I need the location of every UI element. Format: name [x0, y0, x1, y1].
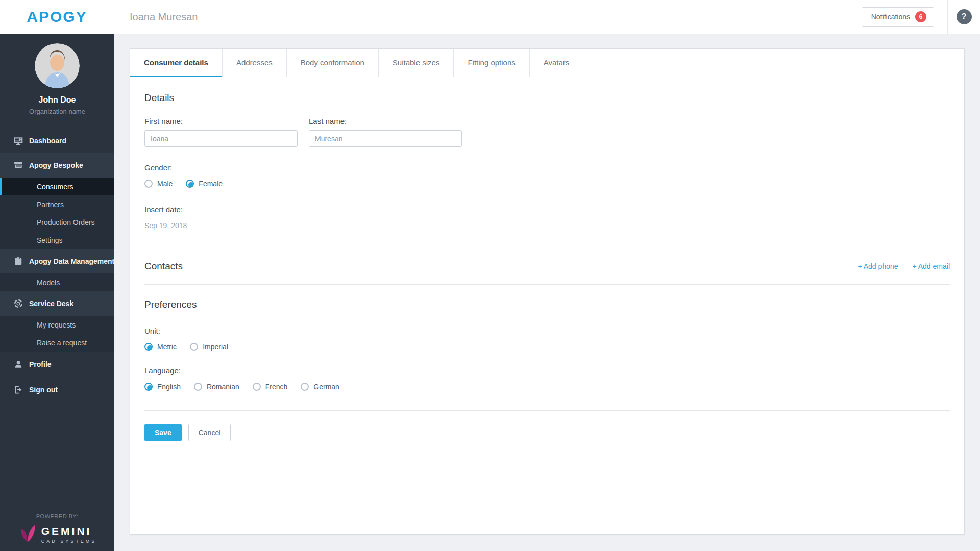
- tab-fitting-options[interactable]: Fitting options: [454, 49, 529, 77]
- sidebar-item-label: Consumers: [37, 183, 74, 191]
- first-name-input[interactable]: [144, 130, 298, 147]
- sidebar-menu: Dashboard Apogy Bespoke Consumers Partne…: [0, 129, 114, 403]
- apogy-logo: APOGY: [27, 8, 87, 26]
- sidebar-item-label: Apogy Bespoke: [29, 161, 83, 169]
- consumer-form: Details First name: Last name: Gender: M…: [130, 92, 964, 441]
- sidebar-item-consumers[interactable]: Consumers: [0, 178, 114, 195]
- add-phone-link[interactable]: + Add phone: [857, 262, 898, 270]
- cancel-button[interactable]: Cancel: [188, 424, 231, 441]
- gemini-brand: GEMINI CAD SYSTEMS: [0, 524, 114, 544]
- sidebar-item-models[interactable]: Models: [0, 273, 114, 291]
- radio-checked-icon: [144, 343, 153, 351]
- section-divider: [144, 247, 950, 247]
- radio-unchecked-icon: [253, 383, 261, 391]
- save-button[interactable]: Save: [144, 424, 182, 441]
- sidebar-item-raise-a-request[interactable]: Raise a request: [0, 334, 114, 352]
- notifications-button[interactable]: Notifications 6: [862, 7, 934, 27]
- language-option-romanian[interactable]: Romanian: [194, 383, 239, 391]
- sidebar-item-service-desk[interactable]: Service Desk: [0, 291, 114, 316]
- gender-option-male[interactable]: Male: [144, 180, 173, 188]
- sidebar-item-label: Dashboard: [29, 137, 66, 145]
- sidebar-item-production-orders[interactable]: Production Orders: [0, 213, 114, 231]
- avatar: [35, 43, 80, 88]
- unit-label: Unit:: [144, 327, 950, 335]
- last-name-input[interactable]: [309, 130, 462, 147]
- language-option-french[interactable]: French: [253, 383, 288, 391]
- sidebar-item-apogy-bespoke[interactable]: Apogy Bespoke: [0, 153, 114, 178]
- sidebar-item-my-requests[interactable]: My requests: [0, 316, 114, 334]
- unit-option-imperial[interactable]: Imperial: [190, 343, 228, 351]
- radio-label: French: [265, 383, 288, 391]
- sidebar-item-profile[interactable]: Profile: [0, 352, 114, 377]
- details-heading: Details: [144, 92, 950, 104]
- language-option-english[interactable]: English: [144, 383, 181, 391]
- gender-label: Gender:: [144, 163, 950, 172]
- sidebar-item-label: Apogy Data Management: [29, 257, 114, 265]
- tab-addresses[interactable]: Addresses: [223, 49, 287, 77]
- sidebar: John Doe Organization name Dashboard Apo…: [0, 34, 114, 551]
- help-area: ?: [947, 0, 980, 34]
- tab-consumer-details[interactable]: Consumer details: [130, 49, 223, 77]
- insert-date-value: Sep 19, 2018: [144, 221, 950, 230]
- gender-radio-group: Male Female: [144, 180, 950, 188]
- sidebar-item-dashboard[interactable]: Dashboard: [0, 129, 114, 153]
- radio-unchecked-icon: [194, 383, 202, 391]
- notifications-label: Notifications: [871, 13, 910, 21]
- radio-unchecked-icon: [144, 180, 153, 188]
- radio-label: English: [157, 383, 181, 391]
- last-name-label: Last name:: [309, 117, 462, 126]
- sidebar-item-label: Settings: [37, 236, 63, 244]
- language-label: Language:: [144, 366, 950, 375]
- sidebar-item-label: Sign out: [29, 386, 58, 394]
- gender-option-female[interactable]: Female: [186, 180, 223, 188]
- contacts-heading: Contacts: [144, 261, 183, 272]
- language-radio-group: English Romanian French German: [144, 383, 950, 391]
- notifications-count-badge: 6: [915, 11, 926, 22]
- first-name-label: First name:: [144, 117, 298, 126]
- radio-label: Metric: [157, 343, 177, 351]
- signout-icon: [13, 385, 23, 395]
- gemini-brand-sub: CAD SYSTEMS: [41, 539, 97, 544]
- radio-checked-icon: [144, 383, 153, 391]
- sidebar-item-settings[interactable]: Settings: [0, 231, 114, 249]
- radio-unchecked-icon: [190, 343, 198, 351]
- consumer-card: Consumer details Addresses Body conforma…: [130, 48, 965, 535]
- gemini-brand-text: GEMINI CAD SYSTEMS: [41, 525, 97, 544]
- sidebar-divider: [10, 506, 104, 506]
- page-title: Ioana Muresan: [114, 11, 862, 23]
- user-organization: Organization name: [0, 108, 114, 115]
- section-divider: [144, 284, 950, 285]
- gemini-brand-name: GEMINI: [41, 525, 97, 537]
- app-header: APOGY Ioana Muresan Notifications 6 ?: [0, 0, 980, 34]
- sidebar-item-label: Raise a request: [37, 339, 87, 347]
- sidebar-item-label: Partners: [37, 201, 64, 209]
- radio-unchecked-icon: [301, 383, 309, 391]
- add-email-link[interactable]: + Add email: [912, 262, 950, 270]
- tab-body-conformation[interactable]: Body conformation: [287, 49, 379, 77]
- help-icon[interactable]: ?: [957, 9, 972, 24]
- main-content: Consumer details Addresses Body conforma…: [114, 34, 980, 551]
- sidebar-item-label: My requests: [37, 321, 76, 329]
- sidebar-item-apogy-data-management[interactable]: Apogy Data Management: [0, 249, 114, 273]
- lifebuoy-icon: [13, 298, 23, 309]
- sidebar-item-sign-out[interactable]: Sign out: [0, 377, 114, 403]
- radio-label: Male: [157, 180, 173, 188]
- sidebar-item-label: Models: [37, 279, 60, 287]
- tab-bar: Consumer details Addresses Body conforma…: [130, 49, 964, 77]
- radio-label: Imperial: [203, 343, 228, 351]
- dashboard-icon: [13, 136, 23, 146]
- clipboard-icon: [13, 256, 23, 266]
- tab-bar-filler: [583, 49, 964, 77]
- radio-label: German: [313, 383, 339, 391]
- sidebar-item-partners[interactable]: Partners: [0, 195, 114, 213]
- storefront-icon: [13, 160, 23, 170]
- language-option-german[interactable]: German: [301, 383, 339, 391]
- radio-checked-icon: [186, 180, 194, 188]
- tab-suitable-sizes[interactable]: Suitable sizes: [379, 49, 454, 77]
- user-name: John Doe: [0, 95, 114, 105]
- powered-by-label: POWERED BY:: [0, 513, 114, 519]
- profile-block: John Doe Organization name: [0, 34, 114, 129]
- first-name-group: First name:: [144, 117, 298, 147]
- unit-option-metric[interactable]: Metric: [144, 343, 177, 351]
- tab-avatars[interactable]: Avatars: [530, 49, 584, 77]
